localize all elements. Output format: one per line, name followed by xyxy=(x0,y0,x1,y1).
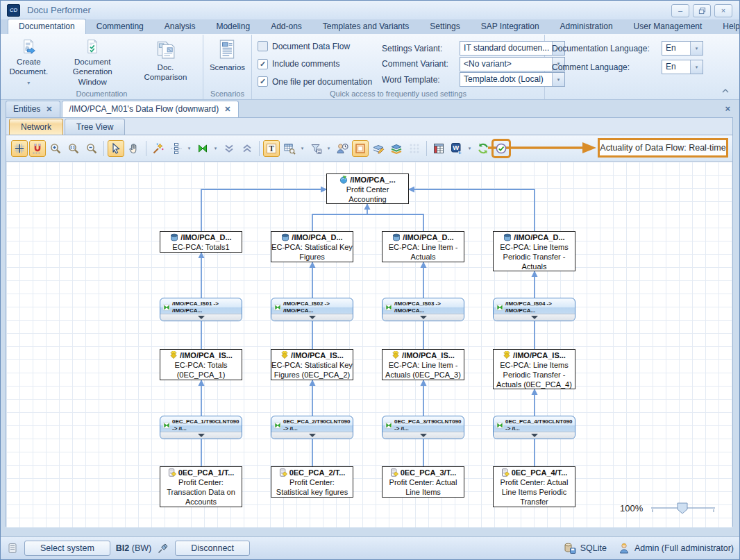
ribbon-button-create-document[interactable]: Create Document. ▾ xyxy=(3,37,54,88)
toolbar-button-zoom-fit[interactable] xyxy=(65,140,82,157)
toolbar-button-frame[interactable] xyxy=(352,140,369,157)
toolbar-button-collapse-all[interactable] xyxy=(221,140,237,157)
tab-network[interactable]: Network xyxy=(9,119,63,135)
ribbon-tab-modeling[interactable]: Modeling xyxy=(205,19,260,34)
database-label[interactable]: SQLite xyxy=(580,543,607,553)
toolbar-dropdown-transformation[interactable]: ▾ xyxy=(212,140,219,157)
collapse-ribbon-button[interactable] xyxy=(721,84,730,96)
toolbar-button-filter[interactable] xyxy=(308,140,324,157)
diagram-node-transform-is04[interactable]: /IMO/PCA_IS04 -> /IMO/PCA...7.x xyxy=(493,298,575,321)
diagram-node-dstore-lineitem[interactable]: /IMO/PCA_D...EC-PCA: Line Item -Actuals xyxy=(382,231,464,262)
ribbon-tab-sap-integration[interactable]: SAP Integration xyxy=(471,19,550,34)
node-expand-handle[interactable] xyxy=(160,314,242,321)
combo-comment-language[interactable]: En▾ xyxy=(662,60,703,74)
diagram-node-transform-is01[interactable]: /IMO/PCA_IS01 -> /IMO/PCA...7.x xyxy=(160,298,242,321)
toolbar-button-refresh[interactable] xyxy=(475,140,491,157)
toolbar-button-session[interactable] xyxy=(334,140,351,157)
toolbar-button-layers[interactable] xyxy=(388,140,405,157)
document-tab-imo-pca-m01-s-data-flow-downward[interactable]: /IMO/PCA_M01's Data Flow (downward)✕ xyxy=(62,101,239,117)
toolbar-button-magnet[interactable] xyxy=(29,140,46,157)
ribbon-tab-add-ons[interactable]: Add-ons xyxy=(260,19,312,34)
toolbar-dropdown-table-search[interactable]: ▾ xyxy=(298,140,306,157)
checkbox-box[interactable]: ✓ xyxy=(258,59,268,69)
diagram-node-transform-0ec4[interactable]: 0EC_PCA_4/T90CLNT090 -> /I...7.x xyxy=(493,416,575,439)
select-system-button[interactable]: Select system xyxy=(24,541,110,556)
toolbar-button-zoom-out[interactable] xyxy=(83,140,100,157)
diagram-node-dsource-2[interactable]: 0EC_PCA_2/T...Profit Center:Statistical … xyxy=(271,466,353,498)
toolbar-button-table-search[interactable] xyxy=(281,140,298,157)
checkbox-include-comments[interactable]: ✓Include comments xyxy=(258,59,372,69)
tab-close-icon[interactable]: ✕ xyxy=(224,105,230,114)
diagram-node-infoarea-pca[interactable]: /IMO/PCA_...Profit CenterAccounting xyxy=(326,173,409,204)
ribbon-tab-user-management[interactable]: User Management xyxy=(623,19,713,34)
toolbar-dropdown-node-spacing[interactable]: ▾ xyxy=(185,140,193,157)
toolbar-button-transformation[interactable] xyxy=(194,140,211,157)
toolbar-button-node-spacing[interactable] xyxy=(168,140,185,157)
diagram-node-isource-totals[interactable]: /IMO/PCA_IS...EC-PCA: Totals(0EC_PCA_1) xyxy=(160,349,242,380)
node-expand-handle[interactable] xyxy=(160,432,242,439)
ribbon-button-doc-comparison[interactable]: Doc. Comparison xyxy=(131,37,200,88)
diagram-node-dstore-totals1[interactable]: /IMO/PCA_D...EC-PCA: Totals1 xyxy=(160,231,242,253)
ribbon-tab-documentation[interactable]: Documentation xyxy=(8,19,86,34)
tab-tree-view[interactable]: Tree View xyxy=(65,119,125,135)
ribbon-tab-commenting[interactable]: Commenting xyxy=(86,19,154,34)
toolbar-button-text-tool[interactable]: T xyxy=(263,140,280,157)
zoom-slider-thumb[interactable] xyxy=(678,503,687,514)
ribbon-tab-help[interactable]: Help xyxy=(712,19,740,34)
toolbar-button-grid[interactable] xyxy=(11,140,28,157)
toolbar-button-layers-edit[interactable] xyxy=(370,140,387,157)
checkbox-one-file-per-documentation[interactable]: ✓One file per documentation xyxy=(258,76,372,87)
toolbar-button-report-table[interactable] xyxy=(430,140,447,157)
combo-dropdown-button[interactable]: ▾ xyxy=(690,42,703,55)
checkbox-box[interactable] xyxy=(258,41,268,51)
ribbon-tab-settings[interactable]: Settings xyxy=(419,19,470,34)
diagram-node-dstore-periodic[interactable]: /IMO/PCA_D...EC-PCA: Line ItemsPeriodic … xyxy=(493,231,575,271)
node-expand-handle[interactable] xyxy=(494,432,575,439)
system-list-icon[interactable] xyxy=(6,542,19,554)
checkbox-box[interactable]: ✓ xyxy=(258,76,268,87)
checkbox-document-data-flow[interactable]: Document Data Flow xyxy=(258,41,372,51)
ribbon-tab-administration[interactable]: Administration xyxy=(550,19,623,34)
toolbar-dropdown-word-export[interactable]: ▾ xyxy=(466,140,473,157)
diagram-node-transform-0ec2[interactable]: 0EC_PCA_2/T90CLNT090 -> /I...7.x xyxy=(271,416,353,439)
ribbon-button-scenarios[interactable]: Scenarios xyxy=(205,37,249,88)
combo-dropdown-button[interactable]: ▾ xyxy=(690,60,703,74)
restore-button[interactable] xyxy=(693,4,711,17)
diagram-node-dsource-1[interactable]: 0EC_PCA_1/T...Profit Center:Transaction … xyxy=(160,466,242,507)
toolbar-button-actuality-clock[interactable] xyxy=(493,140,510,157)
toolbar-button-cursor[interactable] xyxy=(108,140,124,157)
close-button[interactable]: × xyxy=(714,4,732,17)
minimize-button[interactable]: – xyxy=(671,4,689,17)
diagram-node-transform-is03[interactable]: /IMO/PCA_IS03 -> /IMO/PCA...7.x xyxy=(382,298,464,321)
network-canvas[interactable]: 100% /IMO/PCA_...Profit CenterAccounting… xyxy=(6,162,732,527)
toolbar-button-zoom-in[interactable] xyxy=(47,140,64,157)
zoom-slider[interactable] xyxy=(648,500,718,516)
combo-documentation-language[interactable]: En▾ xyxy=(662,41,703,56)
diagram-node-dsource-3[interactable]: 0EC_PCA_3/T...Profit Center: ActualLine … xyxy=(382,466,464,498)
toolbar-button-pan-hand[interactable] xyxy=(126,140,142,157)
diagram-node-isource-periodic[interactable]: /IMO/PCA_IS...EC-PCA: Line ItemsPeriodic… xyxy=(493,349,575,389)
user-label[interactable]: Admin (Full administrator) xyxy=(634,543,734,553)
diagram-node-dsource-4[interactable]: 0EC_PCA_4/T...Profit Center: ActualLine … xyxy=(493,466,575,507)
node-expand-handle[interactable] xyxy=(271,314,353,321)
toolbar-button-word-export[interactable]: W xyxy=(448,140,465,157)
diagram-node-transform-0ec1[interactable]: 0EC_PCA_1/T90CLNT090 -> /I...7.x xyxy=(160,416,242,439)
node-expand-handle[interactable] xyxy=(382,314,464,321)
user-icon[interactable] xyxy=(618,542,630,554)
document-tab-entities[interactable]: Entities✕ xyxy=(6,101,60,117)
ribbon-tab-templates-and-variants[interactable]: Templates and Variants xyxy=(312,19,420,34)
diagram-node-isource-lineitem[interactable]: /IMO/PCA_IS...EC-PCA: Line Item -Actuals… xyxy=(382,349,464,380)
ribbon-tab-analysis[interactable]: Analysis xyxy=(154,19,206,34)
diagram-node-dstore-statkf[interactable]: /IMO/PCA_D...EC-PCA: Statistical KeyFigu… xyxy=(271,231,353,262)
diagram-node-isource-statkf[interactable]: /IMO/PCA_IS...EC-PCA: Statistical KeyFig… xyxy=(271,349,353,380)
disconnect-button[interactable]: Disconnect xyxy=(175,541,250,556)
toolbar-button-expand-all[interactable] xyxy=(239,140,255,157)
toolbar-button-auto-layout[interactable] xyxy=(150,140,167,157)
diagram-node-transform-is02[interactable]: /IMO/PCA_IS02 -> /IMO/PCA...7.x xyxy=(271,298,353,321)
node-expand-handle[interactable] xyxy=(494,314,575,321)
toolbar-dropdown-filter[interactable]: ▾ xyxy=(325,140,333,157)
ribbon-button-document-generation-window[interactable]: Document Generation Window xyxy=(54,37,131,88)
node-expand-handle[interactable] xyxy=(382,432,464,439)
workspace-close-icon[interactable]: × xyxy=(725,103,730,114)
database-icon[interactable] xyxy=(564,542,576,554)
